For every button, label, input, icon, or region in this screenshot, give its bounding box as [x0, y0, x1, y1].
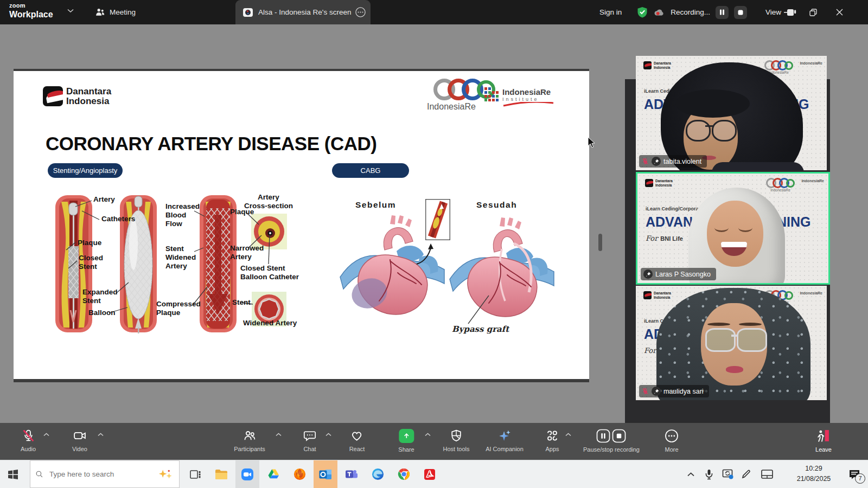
teams-icon — [345, 468, 358, 480]
google-drive-button[interactable] — [261, 460, 285, 488]
ai-companion-button[interactable]: AI Companion — [486, 429, 524, 452]
copilot-sparkles-icon[interactable] — [158, 467, 174, 481]
label-narrowed-artery: Narrowed Artery — [230, 244, 264, 261]
tray-display-sync-icon[interactable] — [718, 460, 737, 488]
video-tile-laras-active[interactable]: DanantaraIndonesia IndonesiaRe Indonesia… — [636, 172, 830, 285]
video-tile-maulidya[interactable]: DanantaraIndonesia IndonesiaRe Indonesia… — [636, 286, 827, 400]
outlook-button[interactable] — [314, 460, 337, 488]
tile-institute-logo: IndonesiaRe — [801, 179, 824, 183]
indonesiare-institute-logo: IndonesiaRe Institute — [484, 87, 554, 107]
security-shield-icon[interactable] — [637, 7, 648, 18]
file-explorer-button[interactable] — [209, 460, 233, 488]
search-input[interactable] — [48, 470, 137, 479]
task-view-button[interactable] — [183, 460, 207, 488]
leave-door-icon — [816, 429, 831, 443]
taskbar-search[interactable] — [30, 460, 180, 488]
tray-touchpad-icon[interactable] — [757, 460, 777, 488]
tile-institute-logo: IndonesiaRe — [800, 291, 822, 295]
workspace-chevron-down-icon[interactable] — [67, 9, 74, 13]
glasses-icon — [705, 328, 736, 352]
pin-icon — [652, 157, 661, 166]
leave-button[interactable]: Leave — [815, 429, 832, 453]
pill-stenting: Stenting/Angioplasty — [48, 163, 123, 178]
label-compressed-plaque: Compressed Plaque — [156, 300, 201, 317]
react-button[interactable]: React — [349, 429, 365, 452]
stop-recording-button[interactable] — [734, 6, 747, 19]
tile-institute-logo: IndonesiaRe — [800, 61, 822, 65]
brand-workplace: Workplace — [9, 10, 53, 19]
label-stent-widened: Stent Widened Artery — [165, 245, 196, 271]
windows-taskbar: 10:29 21/08/2025 7 — [0, 460, 868, 488]
search-icon — [36, 470, 43, 479]
panel-resize-handle[interactable] — [598, 234, 602, 251]
edge-icon — [372, 468, 384, 480]
video-button[interactable]: Video — [72, 429, 87, 452]
taskbar-clock[interactable]: 10:29 21/08/2025 — [786, 464, 842, 485]
tile-indonesiare-logo: IndonesiaRe — [766, 178, 795, 192]
audio-options-chevron[interactable] — [43, 433, 49, 436]
glasses-icon — [686, 120, 711, 142]
chat-options-chevron[interactable] — [326, 433, 331, 436]
firefox-button[interactable] — [288, 460, 311, 488]
label-artery: Artery — [93, 195, 115, 204]
lips — [726, 366, 743, 373]
institute-swoosh — [502, 102, 554, 107]
host-tools-button[interactable]: Host tools — [443, 429, 470, 452]
participants-options-chevron[interactable] — [276, 433, 282, 436]
closed-eye — [714, 223, 729, 232]
more-ellipsis-icon — [665, 429, 679, 443]
cloud-recording-icon — [653, 8, 665, 17]
chat-button[interactable]: Chat — [303, 429, 317, 452]
teams-button[interactable] — [340, 460, 363, 488]
label-after: Sesudah — [476, 200, 517, 210]
tray-show-hidden-icons[interactable] — [681, 460, 700, 488]
edge-button[interactable] — [366, 460, 390, 488]
video-options-chevron[interactable] — [98, 433, 104, 436]
folder-icon — [215, 469, 228, 480]
window-close-button[interactable] — [827, 0, 852, 24]
zoom-workplace-logo: zoom Workplace — [9, 3, 53, 19]
share-button[interactable]: Share — [398, 429, 414, 453]
institute-wordmark: IndonesiaRe — [502, 87, 554, 97]
more-button[interactable]: More — [665, 429, 679, 453]
notification-center-button[interactable]: 7 — [842, 460, 867, 488]
closed-eye — [738, 223, 752, 232]
chrome-button[interactable] — [392, 460, 416, 488]
pill-cabg: CABG — [332, 163, 409, 178]
window-minimize-button[interactable] — [775, 0, 800, 24]
tab-meeting[interactable]: Meeting — [95, 0, 136, 24]
participants-button[interactable]: Participants — [234, 429, 265, 452]
pause-recording-button[interactable] — [716, 6, 729, 19]
apps-options-chevron[interactable] — [565, 433, 571, 436]
label-stent: Stent — [232, 298, 251, 307]
recording-status-label: Recording... — [671, 8, 710, 16]
clock-time: 10:29 — [786, 464, 842, 474]
video-camera-icon — [73, 429, 87, 442]
start-button[interactable] — [1, 460, 25, 488]
tab-meeting-label: Meeting — [110, 8, 136, 16]
zoom-app-button[interactable] — [235, 460, 259, 488]
tray-microphone-icon[interactable] — [700, 460, 718, 488]
apps-button[interactable]: Apps — [545, 429, 559, 452]
pause-stop-recording-button[interactable]: Pause/stop recording — [583, 429, 640, 453]
label-widened-artery: Widened Artery — [243, 319, 297, 328]
share-screen-icon — [399, 429, 414, 443]
label-balloon: Balloon — [88, 309, 116, 317]
video-tile-tabita[interactable]: DanantaraIndonesia IndonesiaRe Indonesia… — [636, 56, 827, 170]
tab-more-options-icon[interactable] — [355, 7, 366, 17]
audio-button[interactable]: Audio — [21, 429, 36, 452]
label-bypass-graft: Bypass graft — [452, 324, 509, 334]
heart-icon — [350, 429, 364, 442]
tab-shared-screen[interactable]: Alsa - Indonesia Re's screen — [235, 0, 371, 24]
mic-muted-icon — [21, 429, 35, 442]
recording-controls-icon — [596, 429, 626, 443]
tile-client-text: ForBNI Life — [646, 234, 683, 242]
window-maximize-button[interactable] — [801, 0, 826, 24]
mic-muted-icon — [642, 158, 649, 165]
acrobat-button[interactable] — [418, 460, 442, 488]
tray-pen-icon[interactable] — [737, 460, 755, 488]
ai-sparkle-icon — [497, 429, 512, 442]
share-options-chevron[interactable] — [425, 433, 431, 436]
participant-name: tabita.violent — [663, 158, 701, 165]
sign-in-button[interactable]: Sign in — [599, 8, 622, 16]
